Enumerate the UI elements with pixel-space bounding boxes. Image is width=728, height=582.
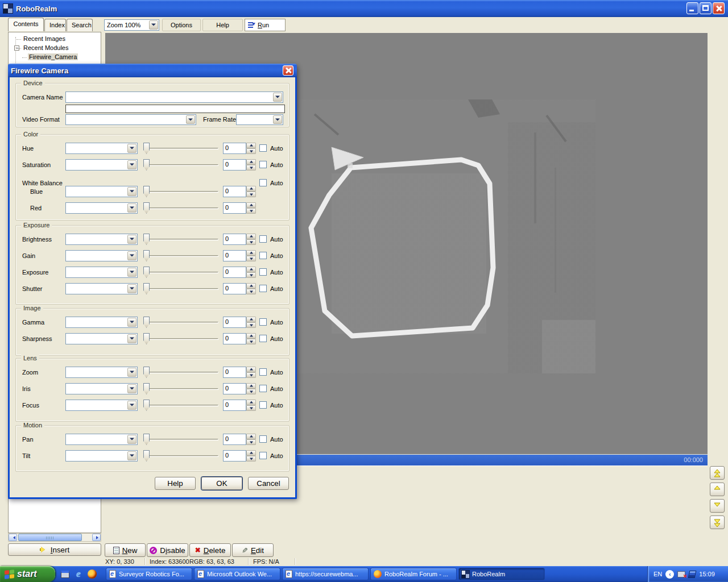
sharpness-auto-checkbox[interactable] (259, 335, 267, 342)
iris-spinner[interactable] (246, 383, 256, 394)
disable-button[interactable]: Disable (147, 543, 188, 557)
slider-thumb[interactable] (143, 450, 150, 462)
exposure-auto-checkbox[interactable] (259, 268, 267, 276)
dropdown-arrow-icon[interactable] (127, 251, 136, 260)
blue-spinner[interactable] (246, 186, 256, 197)
tree-item-recent-modules[interactable]: −Recent Modules (22, 44, 70, 53)
zoom-select[interactable]: Zoom 100% (104, 19, 159, 31)
slider-thumb[interactable] (143, 383, 150, 394)
shutter-select[interactable] (65, 283, 138, 294)
hue-slider[interactable] (143, 143, 218, 154)
gamma-select[interactable] (65, 317, 138, 328)
tree-horizontal-scrollbar[interactable] (8, 533, 101, 542)
spin-down-icon[interactable] (246, 165, 256, 171)
tray-clock[interactable]: 15:09 (699, 571, 715, 577)
dropdown-arrow-icon[interactable] (127, 187, 136, 196)
red-slider[interactable] (143, 202, 218, 214)
pan-slider[interactable] (143, 434, 218, 445)
spin-up-icon[interactable] (246, 317, 256, 322)
brightness-spinner[interactable] (246, 234, 256, 245)
spin-down-icon[interactable] (246, 339, 256, 344)
slider-thumb[interactable] (143, 186, 150, 197)
slider-thumb[interactable] (143, 400, 150, 411)
brightness-select[interactable] (65, 234, 138, 245)
task-button-roborealm-forum[interactable]: RoboRealm Forum - ... (370, 568, 457, 580)
move-top-button[interactable] (710, 466, 725, 480)
slider-thumb[interactable] (143, 234, 150, 245)
dropdown-arrow-icon[interactable] (127, 284, 136, 293)
spin-up-icon[interactable] (246, 234, 256, 239)
dropdown-arrow-icon[interactable] (127, 160, 136, 169)
spin-up-icon[interactable] (246, 186, 256, 192)
spin-down-icon[interactable] (246, 456, 256, 462)
pan-select[interactable] (65, 434, 138, 445)
brightness-auto-checkbox[interactable] (259, 235, 267, 243)
gamma-spinner[interactable] (246, 317, 256, 328)
insert-button[interactable]: Insert (8, 543, 101, 556)
sharpness-value-input[interactable]: 0 (223, 333, 246, 344)
spin-up-icon[interactable] (246, 159, 256, 165)
sharpness-spinner[interactable] (246, 333, 256, 344)
slider-thumb[interactable] (143, 159, 150, 171)
pan-auto-checkbox[interactable] (259, 435, 267, 443)
tree-item-firewire-camera[interactable]: Firewire_Camera (28, 53, 78, 62)
spin-up-icon[interactable] (246, 450, 256, 456)
dialog-help-button[interactable]: Help (155, 477, 196, 490)
tab-index[interactable]: Index (44, 19, 66, 31)
slider-thumb[interactable] (143, 250, 150, 261)
frame-rate-select[interactable] (236, 114, 283, 125)
scroll-right-icon[interactable] (92, 534, 101, 541)
spin-up-icon[interactable] (246, 250, 256, 256)
tray-chevron-icon[interactable]: ‹ (665, 570, 674, 579)
saturation-spinner[interactable] (246, 159, 256, 171)
dialog-cancel-button[interactable]: Cancel (248, 477, 289, 490)
dropdown-arrow-icon[interactable] (127, 368, 136, 377)
move-up-button[interactable] (710, 483, 725, 496)
spin-up-icon[interactable] (246, 283, 256, 289)
gamma-auto-checkbox[interactable] (259, 318, 267, 326)
tilt-value-input[interactable]: 0 (223, 450, 246, 462)
task-button-microsoft-outlook-we[interactable]: Microsoft Outlook We... (194, 568, 280, 580)
focus-select[interactable] (65, 400, 138, 411)
spin-down-icon[interactable] (246, 372, 256, 378)
spin-up-icon[interactable] (246, 333, 256, 339)
exposure-select[interactable] (65, 267, 138, 278)
dropdown-arrow-icon[interactable] (127, 235, 136, 244)
iris-auto-checkbox[interactable] (259, 385, 267, 392)
dropdown-arrow-icon[interactable] (127, 435, 136, 444)
saturation-select[interactable] (65, 159, 138, 171)
start-button[interactable]: start (0, 566, 55, 582)
maximize-button[interactable] (700, 2, 712, 14)
spin-down-icon[interactable] (246, 322, 256, 328)
camera-name-select[interactable] (65, 92, 283, 103)
spin-up-icon[interactable] (246, 383, 256, 389)
options-button[interactable]: Options (162, 19, 201, 31)
gain-value-input[interactable]: 0 (223, 250, 246, 261)
tab-contents[interactable]: Contents (8, 18, 44, 31)
shutter-slider[interactable] (143, 283, 218, 294)
slider-thumb[interactable] (143, 367, 150, 378)
dropdown-arrow-icon[interactable] (186, 115, 195, 124)
pan-spinner[interactable] (246, 434, 256, 445)
spin-down-icon[interactable] (246, 439, 256, 445)
quicklaunch-firefox-icon[interactable] (86, 568, 98, 580)
tree-item-recent-images[interactable]: Recent Images (22, 35, 67, 44)
dropdown-arrow-icon[interactable] (127, 318, 136, 327)
zoom-slider[interactable] (143, 367, 218, 378)
slider-thumb[interactable] (143, 283, 150, 294)
tray-language[interactable]: EN (653, 571, 662, 577)
hue-select[interactable] (65, 143, 138, 154)
red-value-input[interactable]: 0 (223, 202, 246, 214)
saturation-auto-checkbox[interactable] (259, 161, 267, 168)
brightness-value-input[interactable]: 0 (223, 234, 246, 245)
sharpness-slider[interactable] (143, 333, 218, 344)
spin-down-icon[interactable] (246, 289, 256, 294)
tilt-select[interactable] (65, 450, 138, 462)
saturation-slider[interactable] (143, 159, 218, 171)
dropdown-arrow-icon[interactable] (127, 203, 136, 213)
task-button-surveyor-robotics-fo[interactable]: Surveyor Robotics Fo... (106, 568, 192, 580)
gain-select[interactable] (65, 250, 138, 261)
slider-thumb[interactable] (143, 434, 150, 445)
exposure-spinner[interactable] (246, 267, 256, 278)
gain-spinner[interactable] (246, 250, 256, 261)
